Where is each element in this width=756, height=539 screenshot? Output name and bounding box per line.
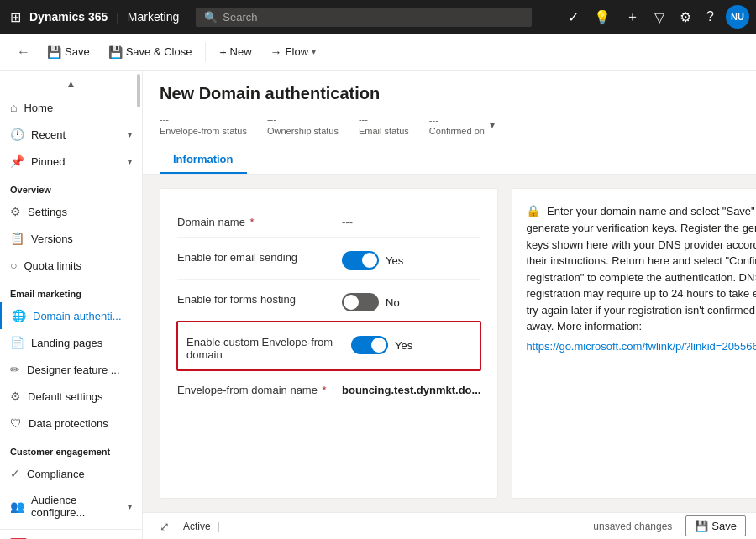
lightbulb-icon[interactable]: 💡 [591, 6, 614, 29]
info-text: Enter your domain name and select "Save"… [526, 205, 756, 332]
brand-name: Dynamics 365 [29, 10, 108, 24]
sidebar-default-label: Default settings [28, 390, 103, 403]
cmd-separator [205, 42, 206, 62]
domain-name-value[interactable]: --- [342, 211, 480, 228]
forms-hosting-track[interactable] [342, 293, 379, 311]
confirmed-status: --- Confirmed on ▾ [429, 113, 495, 136]
new-label: New [230, 45, 252, 58]
brand-module: Marketing [128, 10, 179, 24]
sidebar-item-home[interactable]: ⌂ Home [0, 94, 142, 121]
bottom-pipe: | [218, 520, 220, 532]
expand-icon: ⤢ [160, 520, 170, 533]
email-section: Email marketing [0, 279, 142, 302]
confirmed-chevron[interactable]: ▾ [490, 119, 495, 131]
help-icon[interactable]: ? [703, 6, 717, 28]
tab-information[interactable]: Information [160, 146, 247, 174]
topbar-actions: ✓ 💡 ＋ ▽ ⚙ ? NU [564, 5, 749, 29]
sidebar-home-label: Home [24, 102, 53, 114]
save-close-button[interactable]: 💾 Save & Close [100, 40, 201, 64]
flow-button[interactable]: → Flow ▾ [262, 40, 324, 64]
content-header: New Domain authentication --- Envelope-f… [143, 71, 756, 175]
tabs: Information [160, 146, 739, 174]
checkmark-icon[interactable]: ✓ [564, 6, 582, 29]
ownership-dashes: --- [267, 114, 339, 124]
custom-envelope-value: Yes [351, 331, 471, 355]
form-row-domain-name: Domain name * --- [177, 202, 480, 238]
new-button[interactable]: + New [211, 40, 260, 64]
designer-icon: ✏ [10, 363, 20, 376]
settings-icon[interactable]: ⚙ [676, 6, 695, 29]
envelope-status: --- Envelope-from status [160, 114, 247, 136]
active-status: Active [183, 521, 211, 532]
sidebar: ▲ ⌂ Home 🕐 Recent ▾ 📌 Pinned ▾ Overview … [0, 71, 143, 539]
sidebar-data-label: Data protections [29, 417, 108, 430]
sidebar-domain-label: Domain authenti... [33, 310, 122, 322]
form-row-envelope-domain: Envelope-from domain name * bouncing.tes… [177, 370, 480, 405]
email-sending-value: Yes [342, 246, 480, 270]
filter-icon[interactable]: ▽ [651, 6, 668, 29]
form-panel: Domain name * --- Enable for email sendi… [160, 188, 498, 499]
landing-icon: 📄 [10, 336, 24, 349]
sidebar-item-data[interactable]: 🛡 Data protections [0, 410, 142, 437]
sidebar-item-domain[interactable]: 🌐 Domain authenti... [0, 302, 142, 329]
sidebar-item-audience[interactable]: 👥 Audience configure... ▾ [0, 487, 142, 526]
sidebar-settings-label: Settings [28, 206, 67, 218]
domain-name-label: Domain name * [177, 211, 328, 228]
compliance-icon: ✓ [10, 467, 20, 480]
sidebar-item-settings[interactable]: ⚙ Settings [0, 198, 142, 225]
info-link[interactable]: https://go.microsoft.com/fwlink/p/?linki… [526, 338, 756, 355]
search-input[interactable] [223, 11, 523, 24]
email-status: --- Email status [359, 114, 409, 136]
custom-envelope-track[interactable] [351, 336, 388, 354]
content-area: New Domain authentication --- Envelope-f… [143, 71, 756, 539]
expand-button[interactable]: ⤢ [153, 515, 176, 538]
overview-section: Overview [0, 175, 142, 198]
sidebar-item-default[interactable]: ⚙ Default settings [0, 383, 142, 410]
search-icon: 🔍 [204, 11, 218, 24]
email-sending-toggle[interactable]: Yes [342, 251, 403, 270]
forms-hosting-value: No [342, 288, 480, 312]
bottom-bar: ⤢ Active | unsaved changes 💾 Save [143, 512, 756, 539]
save-button[interactable]: 💾 Save [39, 40, 98, 64]
audience-chevron: ▾ [128, 502, 132, 511]
bottom-save-button[interactable]: 💾 Save [685, 515, 746, 536]
page-title: New Domain authentication [160, 84, 739, 103]
bottom-left: ⤢ Active | [153, 515, 220, 538]
sidebar-item-versions[interactable]: 📋 Versions [0, 225, 142, 252]
sidebar-item-settings-bottom[interactable]: S Settings ◁ [0, 529, 142, 539]
search-bar[interactable]: 🔍 [196, 8, 532, 27]
forms-hosting-toggle-label: No [386, 296, 400, 309]
sidebar-item-compliance[interactable]: ✓ Compliance [0, 460, 142, 487]
forms-hosting-toggle[interactable]: No [342, 293, 400, 311]
envelope-sublabel: Envelope-from status [160, 126, 247, 136]
bottom-save-label: Save [711, 520, 737, 532]
envelope-domain-text: bouncing.test.dynmkt.do... [342, 384, 480, 396]
sidebar-item-recent[interactable]: 🕐 Recent ▾ [0, 121, 142, 148]
ownership-status: --- Ownership status [267, 114, 339, 136]
add-icon[interactable]: ＋ [622, 5, 643, 29]
email-sending-label: Enable for email sending [177, 246, 328, 264]
recent-icon: 🕐 [10, 128, 24, 141]
sidebar-item-designer[interactable]: ✏ Designer feature ... [0, 356, 142, 383]
sidebar-item-landing[interactable]: 📄 Landing pages [0, 329, 142, 356]
email-sending-track[interactable] [342, 251, 379, 270]
sidebar-item-quota[interactable]: ○ Quota limits [0, 252, 142, 279]
form-row-custom-envelope: Enable custom Envelope-from domain Yes [176, 321, 481, 371]
new-icon: + [219, 45, 226, 59]
waffle-icon[interactable]: ⊞ [7, 6, 24, 29]
ownership-sublabel: Ownership status [267, 126, 339, 136]
form-row-forms-hosting: Enable for forms hosting No [177, 280, 480, 322]
sidebar-recent-label: Recent [31, 128, 66, 141]
back-button[interactable]: ← [10, 39, 37, 65]
envelope-domain-value: bouncing.test.dynmkt.do... [342, 379, 480, 396]
envelope-dashes: --- [160, 114, 247, 124]
sidebar-scroll-up[interactable]: ▲ [0, 74, 142, 94]
avatar[interactable]: NU [726, 5, 749, 29]
sidebar-item-pinned[interactable]: 📌 Pinned ▾ [0, 148, 142, 175]
audience-icon: 👥 [10, 500, 24, 513]
forms-hosting-label: Enable for forms hosting [177, 288, 328, 306]
custom-envelope-toggle[interactable]: Yes [351, 336, 412, 354]
settings-cog-icon: ⚙ [10, 205, 21, 218]
domain-icon: 🌐 [12, 309, 26, 322]
engagement-section: Customer engagement [0, 437, 142, 460]
